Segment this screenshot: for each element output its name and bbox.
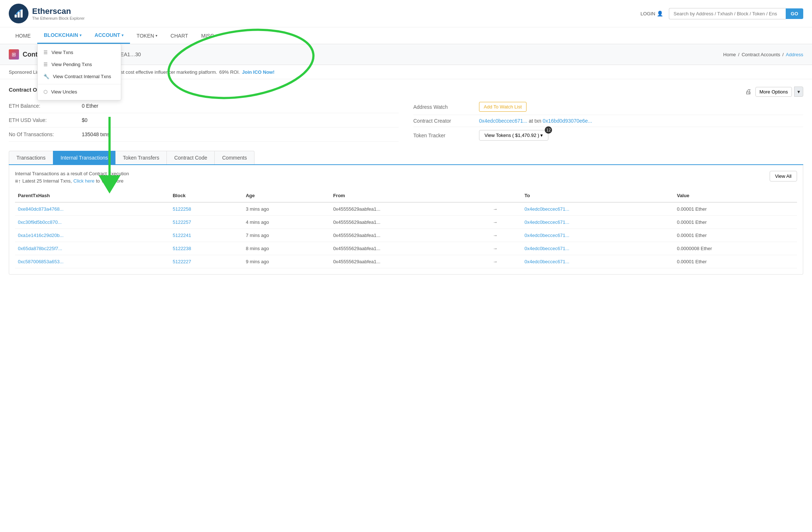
overview-right: Address Watch Add To Watch List Contract… xyxy=(413,99,803,143)
tab-internal-transactions[interactable]: Internal Transactions xyxy=(53,151,116,164)
overview-wrapper: ETH Balance: 0 Ether ETH USD Value: $0 N… xyxy=(9,99,803,143)
search-button[interactable]: GO xyxy=(786,8,803,19)
breadcrumb-address[interactable]: Address xyxy=(786,52,803,57)
nav-bar: HOME BLOCKCHAIN ▾ ☰ View Txns ☰ View Pen… xyxy=(0,27,812,44)
block-link[interactable]: 5122241 xyxy=(173,233,191,238)
table-row: 0xc30f9d5b0cc870... 5122257 4 mins ago 0… xyxy=(15,216,797,229)
table-info-line2: ≡↑ Latest 25 Internal Txns, Click here t… xyxy=(15,178,129,184)
overview-row-balance: ETH Balance: 0 Ether xyxy=(9,99,399,113)
table-row: 0xa1e1416c29d20b... 5122241 7 mins ago 0… xyxy=(15,229,797,242)
txns-value: 135048 txns xyxy=(82,131,110,137)
token-badge: 12 xyxy=(545,126,552,134)
dropdown-view-uncles[interactable]: ⬡ View Uncles xyxy=(38,86,121,98)
col-to: To xyxy=(522,189,674,202)
tab-contract-code[interactable]: Contract Code xyxy=(166,151,215,164)
nav-home[interactable]: HOME xyxy=(9,28,37,43)
blockchain-caret: ▾ xyxy=(80,33,81,37)
login-button[interactable]: LOGIN 👤 xyxy=(640,11,663,16)
overview-row-token: Token Tracker View Tokens ( $1,470.92 ) … xyxy=(413,127,803,143)
login-label: LOGIN xyxy=(640,11,655,16)
blockchain-dropdown: ☰ View Txns ☰ View Pending Txns 🔧 View C… xyxy=(37,44,121,100)
watch-label: Address Watch xyxy=(413,104,472,110)
nav-chart[interactable]: CHART xyxy=(164,28,195,43)
view-uncles-icon: ⬡ xyxy=(43,89,47,95)
tx-hash-link[interactable]: 0xc587006853a653... xyxy=(18,259,64,264)
view-pending-icon: ☰ xyxy=(43,62,48,67)
tab-transactions[interactable]: Transactions xyxy=(9,151,53,164)
breadcrumb-contract-accounts[interactable]: Contract Accounts xyxy=(742,52,780,57)
more-options-btn[interactable]: More Options xyxy=(755,87,792,97)
block-link[interactable]: 5122227 xyxy=(173,259,191,264)
overview-row-creator: Contract Creator 0x4edc0beccec671... at … xyxy=(413,115,803,127)
contract-icon: ⊞ xyxy=(9,49,19,60)
block-link[interactable]: 5122238 xyxy=(173,246,191,251)
sponsored-roi: 69% ROI. xyxy=(219,69,240,75)
search-input[interactable] xyxy=(669,8,786,19)
tx-hash-link[interactable]: 0xe840dc873a4768... xyxy=(18,206,64,212)
sponsored-banner: Sponsored Link: SocialMedia.Market - The… xyxy=(0,65,812,79)
nav-account[interactable]: ACCOUNT ▾ xyxy=(88,27,130,44)
overview-row-txns: No Of Transactions: 135048 txns xyxy=(9,127,399,142)
internal-txns-table: ParentTxHash Block Age From To Value 0xe… xyxy=(15,189,797,268)
block-link[interactable]: 5122258 xyxy=(173,206,191,212)
col-age: Age xyxy=(243,189,330,202)
nav-blockchain[interactable]: BLOCKCHAIN ▾ ☰ View Txns ☰ View Pending … xyxy=(37,27,88,44)
overview-left: ETH Balance: 0 Ether ETH USD Value: $0 N… xyxy=(9,99,399,143)
col-from: From xyxy=(330,189,490,202)
balance-value: 0 Ether xyxy=(82,103,98,109)
logo-area[interactable]: Etherscan The Ethereum Block Explorer xyxy=(9,4,85,23)
tx-hash-link[interactable]: 0xa1e1416c29d20b... xyxy=(18,233,64,238)
to-link[interactable]: 0x4edc0beccec671... xyxy=(525,246,570,251)
tabs-container: Transactions Internal Transactions Token… xyxy=(9,151,803,165)
usd-value: $0 xyxy=(82,117,88,123)
nav-blockchain-link[interactable]: BLOCKCHAIN ▾ xyxy=(37,27,88,44)
tx-hash-link[interactable]: 0xc30f9d5b0cc870... xyxy=(18,219,62,225)
nav-misc[interactable]: MISC ▾ xyxy=(195,28,224,43)
to-link[interactable]: 0x4edc0beccec671... xyxy=(525,219,570,225)
usd-label: ETH USD Value: xyxy=(9,117,82,123)
table-row: 0xe840dc873a4768... 5122258 3 mins ago 0… xyxy=(15,202,797,216)
nav-account-link[interactable]: ACCOUNT ▾ xyxy=(88,27,130,44)
view-txns-icon: ☰ xyxy=(43,50,48,55)
search-bar: GO xyxy=(669,8,803,19)
breadcrumb: Home / Contract Accounts / Address xyxy=(723,52,803,57)
token-label: Token Tracker xyxy=(413,133,472,138)
view-uncles-label: View Uncles xyxy=(51,89,77,95)
tx-hash-link[interactable]: 0x65da878bc225f7... xyxy=(18,246,62,251)
creator-value: 0x4edc0beccec671... at txn 0x16bd0d93070… xyxy=(479,118,592,124)
view-all-btn[interactable]: View All xyxy=(770,171,797,181)
to-link[interactable]: 0x4edc0beccec671... xyxy=(525,233,570,238)
account-caret: ▾ xyxy=(122,33,123,37)
dropdown-view-txns[interactable]: ☰ View Txns xyxy=(38,46,121,58)
table-area: Internal Transactions as a result of Con… xyxy=(9,165,803,275)
block-link[interactable]: 5122257 xyxy=(173,219,191,225)
breadcrumb-sep1: / xyxy=(738,52,740,57)
click-here-link[interactable]: Click here xyxy=(73,178,95,184)
breadcrumb-home[interactable]: Home xyxy=(723,52,736,57)
creator-txn-link[interactable]: 0x16bd0d93070e6e... xyxy=(543,118,592,124)
creator-link[interactable]: 0x4edc0beccec671... xyxy=(479,118,527,124)
token-caret: ▾ xyxy=(156,34,157,38)
table-row: 0xc587006853a653... 5122227 9 mins ago 0… xyxy=(15,255,797,268)
tab-token-transfers[interactable]: Token Transfers xyxy=(115,151,167,164)
view-tokens-btn[interactable]: View Tokens ( $1,470.92 ) ▾ xyxy=(479,130,548,141)
svg-rect-0 xyxy=(15,15,17,18)
dropdown-view-pending-txns[interactable]: ☰ View Pending Txns xyxy=(38,58,121,70)
logo-icon xyxy=(9,4,28,23)
table-row: 0x65da878bc225f7... 5122238 8 mins ago 0… xyxy=(15,242,797,255)
dropdown-view-contract-internal[interactable]: 🔧 View Contract Internal Txns xyxy=(38,70,121,83)
svg-rect-2 xyxy=(20,9,23,18)
tab-comments[interactable]: Comments xyxy=(214,151,254,164)
col-value: Value xyxy=(674,189,797,202)
more-options-caret[interactable]: ▾ xyxy=(794,87,803,97)
add-to-watchlist-btn[interactable]: Add To Watch List xyxy=(479,102,526,112)
nav-token[interactable]: TOKEN ▾ xyxy=(130,28,164,43)
to-link[interactable]: 0x4edc0beccec671... xyxy=(525,259,570,264)
sponsored-cta[interactable]: Join ICO Now! xyxy=(242,69,275,75)
to-link[interactable]: 0x4edc0beccec671... xyxy=(525,206,570,212)
breadcrumb-sep2: / xyxy=(782,52,784,57)
main-content: Contract Overview 🖨 More Options ▾ ETH B… xyxy=(0,79,812,282)
logo-title: Etherscan xyxy=(32,7,85,16)
logo-subtitle: The Ethereum Block Explorer xyxy=(32,16,85,20)
print-icon[interactable]: 🖨 xyxy=(745,88,752,96)
